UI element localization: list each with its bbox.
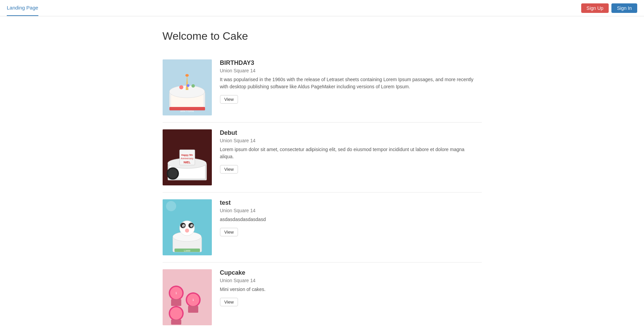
svg-rect-38 xyxy=(171,299,181,306)
cake-item: LIAM test Union Square 14 asdasdasdasdas… xyxy=(163,193,482,262)
cake-item: Happy 5th Anniversary NIEL Debut Union S… xyxy=(163,123,482,193)
cake-description: Mini version of cakes. xyxy=(220,286,478,293)
svg-point-30 xyxy=(183,225,185,227)
signin-button[interactable]: Sign In xyxy=(611,3,637,13)
cake-location: Union Square 14 xyxy=(220,278,482,283)
cake-description: Lorem ipsum dolor sit amet, consectetur … xyxy=(220,146,478,160)
svg-point-7 xyxy=(191,84,195,88)
view-button-test[interactable]: View xyxy=(220,228,238,236)
navbar: Landing Page Sign Up Sign In xyxy=(0,0,644,16)
cake-item: ARKTISRA BIRTHDAY3 Union Square 14 It wa… xyxy=(163,53,482,123)
cake-name: BIRTHDAY3 xyxy=(220,59,482,67)
svg-text:LIAM: LIAM xyxy=(184,249,190,252)
cake-image-cupcake: 1 1 xyxy=(163,269,212,325)
view-button-birthday3[interactable]: View xyxy=(220,95,238,104)
svg-text:Anniversary: Anniversary xyxy=(181,157,193,160)
svg-text:NIEL: NIEL xyxy=(183,161,190,164)
cake-details-test: test Union Square 14 asdasdasdasdasdasd … xyxy=(220,199,482,236)
cake-name: Debut xyxy=(220,129,482,136)
svg-rect-41 xyxy=(188,306,198,313)
svg-text:Happy 5th: Happy 5th xyxy=(181,154,193,157)
cake-location: Union Square 14 xyxy=(220,208,482,213)
svg-point-31 xyxy=(191,225,193,227)
page-title: Welcome to Cake xyxy=(163,30,482,42)
navbar-brand[interactable]: Landing Page xyxy=(7,0,38,16)
cake-image-debut: Happy 5th Anniversary NIEL xyxy=(163,129,212,185)
navbar-buttons: Sign Up Sign In xyxy=(581,3,637,13)
cake-item: 1 1 Cupcake Union Square 14 Mini version… xyxy=(163,262,482,328)
main-content: Welcome to Cake ARKTISRA BIRTHDAY3 Un xyxy=(156,16,489,328)
svg-point-43 xyxy=(170,307,182,320)
svg-point-5 xyxy=(185,74,189,77)
cake-description: It was popularised in the 1960s with the… xyxy=(220,76,478,90)
svg-rect-44 xyxy=(171,320,181,325)
svg-text:1: 1 xyxy=(192,298,194,302)
svg-point-25 xyxy=(180,221,195,236)
svg-point-8 xyxy=(187,84,189,87)
cake-location: Union Square 14 xyxy=(220,68,482,73)
signup-button[interactable]: Sign Up xyxy=(581,3,609,13)
cake-image-test: LIAM xyxy=(163,199,212,255)
view-button-cupcake[interactable]: View xyxy=(220,298,238,306)
svg-point-22 xyxy=(166,201,176,211)
cake-location: Union Square 14 xyxy=(220,138,482,143)
svg-point-20 xyxy=(168,169,178,178)
cake-description: asdasdasdasdasdasd xyxy=(220,216,478,223)
svg-text:1: 1 xyxy=(175,291,177,295)
cake-details-debut: Debut Union Square 14 Lorem ipsum dolor … xyxy=(220,129,482,174)
cake-name: test xyxy=(220,199,482,206)
svg-text:ARKTISRA: ARKTISRA xyxy=(180,110,194,113)
cake-image-birthday3: ARKTISRA xyxy=(163,59,212,115)
svg-point-6 xyxy=(179,85,183,89)
view-button-debut[interactable]: View xyxy=(220,165,238,174)
svg-point-32 xyxy=(185,229,189,233)
cake-details-cupcake: Cupcake Union Square 14 Mini version of … xyxy=(220,269,482,306)
cake-name: Cupcake xyxy=(220,269,482,276)
cake-details-birthday3: BIRTHDAY3 Union Square 14 It was popular… xyxy=(220,59,482,104)
cake-list: ARKTISRA BIRTHDAY3 Union Square 14 It wa… xyxy=(163,53,482,328)
